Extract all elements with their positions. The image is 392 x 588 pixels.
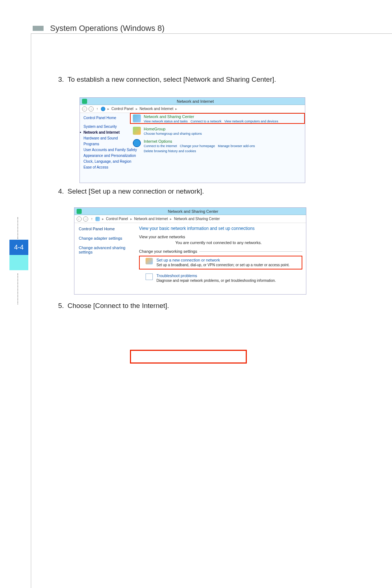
page-badge-accent [9,255,28,270]
window-titlebar: Network and Internet [80,98,305,105]
up-arrow-icon[interactable]: ↑ [90,217,94,221]
network-icon [82,99,87,104]
category-network-sharing[interactable]: Network and Sharing Center View network … [133,114,303,123]
sharing-center-main: View your basic network information and … [135,223,306,294]
sidebar-item[interactable]: Appearance and Personalization [83,154,127,158]
network-icon [95,217,100,221]
category-homegroup[interactable]: HomeGroup Choose homegroup and sharing o… [133,127,303,135]
breadcrumb-level2[interactable]: Network and Sharing Center [174,217,220,221]
breadcrumb-sep: ▸ [135,107,138,111]
main-heading: View your basic network information and … [139,226,302,231]
option-troubleshoot[interactable]: Troubleshoot problems Diagnose and repai… [139,272,302,284]
page-number-badge: 4-4 [9,240,28,255]
step-5-number: 5. [52,301,68,311]
breadcrumb-level1[interactable]: Network and Internet [140,107,173,111]
homegroup-icon [133,127,141,135]
breadcrumb-sep: ▸ [130,217,133,221]
step-3: 3. To establish a new connection, select… [52,74,348,85]
category-link[interactable]: Delete browsing history and cookies [144,149,196,153]
forward-button[interactable]: → [89,106,94,111]
sidebar-item[interactable]: Programs [83,142,127,146]
back-button[interactable]: ← [82,106,87,111]
sidebar-link-advanced-sharing[interactable]: Change advanced sharing settings [79,246,131,254]
category-link[interactable]: Connect to the Internet [144,144,177,148]
network-sharing-icon [133,114,141,122]
content-frame: 3. To establish a new connection, select… [31,33,392,588]
sidebar-home[interactable]: Control Panel Home [79,227,131,231]
active-networks-label: View your active networks [139,235,302,239]
step-5: 5. Choose [Connect to the Internet]. [52,301,348,311]
internet-options-icon [133,139,141,147]
header-marker [33,26,44,31]
not-connected-text: You are currently not connected to any n… [139,240,302,245]
window-titlebar: Network and Sharing Center [74,208,306,215]
category-link[interactable]: Change your homepage [180,144,215,148]
option-desc: Diagnose and repair network problems, or… [156,279,276,283]
breadcrumb-sep: ▸ [169,217,172,221]
category-title: HomeGroup [144,127,303,131]
network-sharing-icon [77,209,82,214]
control-panel-main: Network and Sharing Center View network … [131,113,305,183]
sidebar-item[interactable]: Ease of Access [83,165,127,169]
page-title: System Operations (Windows 8) [50,24,164,33]
troubleshoot-icon [146,273,153,280]
option-desc: Set up a broadband, dial-up, or VPN conn… [156,263,290,267]
step-3-number: 3. [52,74,68,85]
step-3-text: To establish a new connection, select [N… [68,74,348,85]
sidebar-item[interactable]: Clock, Language, and Region [83,159,127,163]
sidebar-item-current[interactable]: Network and Internet [83,130,127,134]
breadcrumb-root[interactable]: Control Panel [111,107,134,111]
category-link[interactable]: Manage browser add-ons [218,144,255,148]
change-networking-label: Change your networking settings [139,249,197,254]
category-link[interactable]: Connect to a network [191,119,221,123]
globe-icon [101,107,105,111]
step-4-text: Select [Set up a new connection or netwo… [68,186,348,197]
back-button[interactable]: ← [77,216,82,222]
category-link[interactable]: View network status and tasks [144,119,188,123]
dotted-line [17,217,18,239]
address-bar: ← → ↑ ▸ Control Panel ▸ Network and Inte… [80,105,305,113]
step-5-text: Choose [Connect to the Internet]. [68,301,348,311]
sidebar-item[interactable]: User Accounts and Family Safety [83,148,127,152]
breadcrumb-level1[interactable]: Network and Internet [134,217,168,221]
page-number: 4-4 [14,244,24,251]
highlight-connect-to-internet [130,350,247,364]
sidebar-home[interactable]: Control Panel Home [83,116,127,120]
sidebar-link-adapter[interactable]: Change adapter settings [79,236,131,240]
option-title: Set up a new connection or network [156,258,290,262]
up-arrow-icon[interactable]: ↑ [95,107,99,111]
sidebar-item[interactable]: System and Security [83,125,127,129]
category-link[interactable]: Choose homegroup and sharing options [144,132,202,135]
dotted-line [17,273,18,304]
breadcrumb-sep: ▸ [101,217,105,221]
option-title: Troubleshoot problems [156,273,276,278]
category-title: Network and Sharing Center [144,114,303,119]
option-setup-connection[interactable]: Set up a new connection or network Set u… [139,256,302,268]
step-4: 4. Select [Set up a new connection or ne… [52,186,348,197]
address-bar: ← → ↑ ▸ Control Panel ▸ Network and Inte… [74,215,306,223]
category-link[interactable]: View network computers and devices [224,119,278,123]
breadcrumb-sep: ▸ [175,107,178,111]
window-title: Network and Internet [89,99,301,104]
category-internet-options[interactable]: Internet Options Connect to the Internet… [133,139,303,153]
breadcrumb-root[interactable]: Control Panel [106,217,128,221]
breadcrumb-sep: ▸ [107,107,110,111]
category-title: Internet Options [144,139,303,143]
sidebar-item[interactable]: Hardware and Sound [83,136,127,140]
sharing-center-sidebar: Control Panel Home Change adapter settin… [74,223,135,294]
forward-button[interactable]: → [83,216,88,222]
divider [199,251,302,252]
wizard-icon [146,258,153,264]
window-title: Network and Sharing Center [84,209,302,214]
screenshot-network-and-internet: Network and Internet ← → ↑ ▸ Control Pan… [79,97,305,183]
screenshot-network-sharing-center: Network and Sharing Center ← → ↑ ▸ Contr… [74,207,306,295]
step-4-number: 4. [52,186,68,197]
page-header: System Operations (Windows 8) [33,24,367,33]
control-panel-sidebar: Control Panel Home System and Security N… [80,113,131,183]
